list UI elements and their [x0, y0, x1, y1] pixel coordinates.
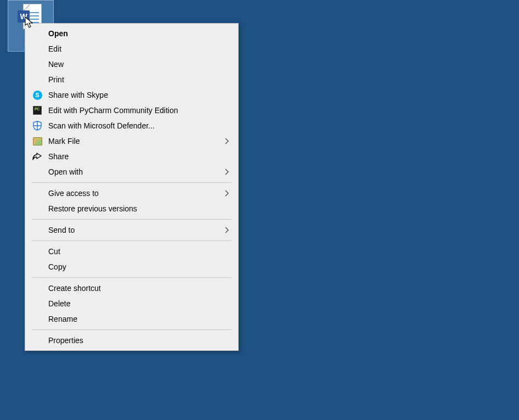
menu-open-with-label: Open with — [48, 167, 225, 176]
skype-icon — [33, 91, 42, 100]
menu-restore-versions[interactable]: Restore previous versions — [25, 201, 238, 216]
menu-rename-label: Rename — [48, 315, 229, 323]
menu-separator — [32, 329, 232, 330]
share-arrow-icon — [32, 152, 42, 161]
chevron-right-icon — [225, 169, 229, 175]
menu-mark-file[interactable]: Mark File — [25, 133, 238, 149]
menu-share-label: Share — [48, 152, 229, 161]
menu-cut-label: Cut — [48, 247, 229, 256]
menu-create-shortcut[interactable]: Create shortcut — [25, 281, 238, 296]
menu-copy[interactable]: Copy — [25, 259, 238, 275]
menu-open[interactable]: Open — [25, 26, 238, 41]
menu-mark-file-label: Mark File — [48, 137, 225, 145]
menu-new[interactable]: New — [25, 57, 238, 72]
menu-send-to[interactable]: Send to — [25, 222, 238, 238]
menu-separator — [32, 240, 232, 241]
menu-print[interactable]: Print — [25, 72, 238, 87]
menu-new-label: New — [48, 60, 229, 69]
menu-separator — [32, 277, 232, 278]
chevron-right-icon — [225, 138, 229, 144]
menu-delete[interactable]: Delete — [25, 296, 238, 311]
menu-share-skype[interactable]: Share with Skype — [25, 87, 238, 103]
menu-create-shortcut-label: Create shortcut — [48, 284, 229, 293]
menu-edit-pycharm-label: Edit with PyCharm Community Edition — [48, 106, 229, 115]
chevron-right-icon — [225, 190, 229, 197]
menu-delete-label: Delete — [48, 299, 229, 308]
menu-edit[interactable]: Edit — [25, 41, 238, 57]
menu-rename[interactable]: Rename — [25, 311, 238, 327]
context-menu: Open Edit New Print Share with Skype Edi… — [25, 23, 239, 351]
menu-scan-defender[interactable]: Scan with Microsoft Defender... — [25, 118, 238, 133]
menu-share-skype-label: Share with Skype — [48, 91, 229, 99]
menu-properties-label: Properties — [48, 336, 229, 345]
menu-print-label: Print — [48, 75, 229, 84]
menu-scan-defender-label: Scan with Microsoft Defender... — [48, 121, 229, 130]
menu-edit-pycharm[interactable]: Edit with PyCharm Community Edition — [25, 103, 238, 118]
word-badge: W — [18, 10, 30, 23]
menu-open-label: Open — [48, 29, 229, 38]
markfile-icon — [33, 137, 42, 145]
pycharm-icon — [33, 106, 42, 115]
menu-copy-label: Copy — [48, 262, 229, 271]
menu-properties[interactable]: Properties — [25, 333, 238, 348]
menu-open-with[interactable]: Open with — [25, 164, 238, 180]
defender-shield-icon — [33, 121, 42, 131]
menu-restore-versions-label: Restore previous versions — [48, 204, 229, 213]
menu-edit-label: Edit — [48, 44, 229, 53]
menu-give-access[interactable]: Give access to — [25, 186, 238, 201]
menu-separator — [32, 219, 232, 220]
menu-share[interactable]: Share — [25, 149, 238, 164]
menu-send-to-label: Send to — [48, 226, 225, 234]
menu-separator — [32, 182, 232, 183]
menu-cut[interactable]: Cut — [25, 244, 238, 259]
chevron-right-icon — [225, 227, 229, 233]
menu-give-access-label: Give access to — [48, 189, 225, 198]
